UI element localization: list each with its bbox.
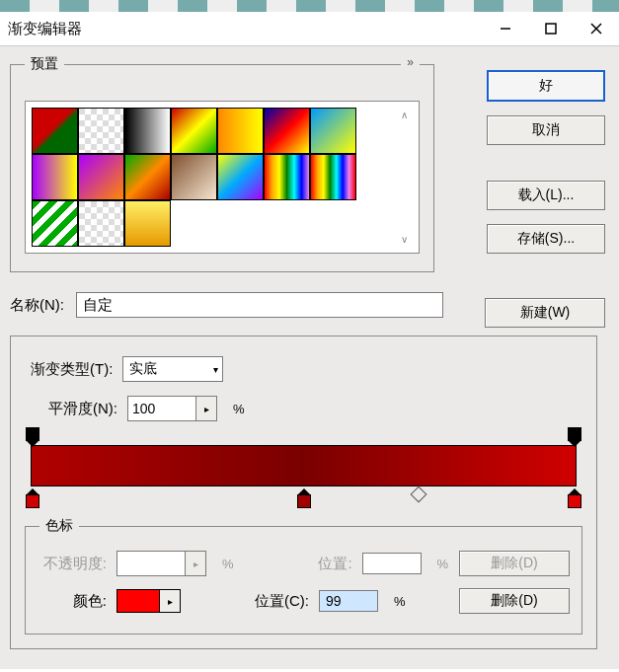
opacity-pct: % bbox=[222, 557, 234, 571]
color-swatch bbox=[116, 589, 160, 613]
preset-swatch[interactable] bbox=[124, 154, 171, 200]
preset-swatch[interactable] bbox=[32, 200, 78, 247]
position-top-input bbox=[362, 553, 422, 574]
preset-swatch[interactable] bbox=[310, 108, 356, 154]
presets-legend: 预置 bbox=[25, 55, 64, 73]
new-button[interactable]: 新建(W) bbox=[485, 298, 605, 328]
scroll-down-icon[interactable]: ∨ bbox=[401, 234, 408, 245]
opacity-stop[interactable] bbox=[568, 427, 581, 441]
delete-opacity-stop-button: 删除(D) bbox=[459, 551, 570, 576]
opacity-label: 不透明度: bbox=[38, 555, 107, 573]
opacity-stop[interactable] bbox=[26, 427, 39, 441]
preset-swatch[interactable] bbox=[264, 154, 310, 200]
color-well[interactable]: ▸ bbox=[116, 589, 181, 613]
position-bottom-label: 位置(C): bbox=[240, 592, 309, 611]
preset-swatch[interactable] bbox=[310, 154, 356, 200]
position-bottom-pct: % bbox=[394, 594, 406, 609]
gradient-type-select[interactable]: 实底 ▾ bbox=[122, 356, 223, 382]
gradient-group: 渐变类型(T): 实底 ▾ 平滑度(N): 100 ▸ % bbox=[10, 336, 597, 649]
preset-swatch[interactable] bbox=[171, 108, 217, 154]
gradient-bar[interactable] bbox=[31, 445, 577, 486]
preset-swatch[interactable] bbox=[264, 108, 310, 154]
color-picker-button[interactable]: ▸ bbox=[160, 589, 181, 613]
name-label: 名称(N): bbox=[10, 296, 64, 315]
close-button[interactable] bbox=[574, 12, 619, 45]
color-stop[interactable] bbox=[297, 494, 311, 508]
midpoint-handle[interactable] bbox=[411, 486, 427, 503]
presets-scrollbar[interactable]: ∧ ∨ bbox=[395, 108, 413, 247]
position-bottom-input[interactable] bbox=[319, 590, 378, 612]
preset-swatch[interactable] bbox=[124, 200, 171, 247]
top-artifact-strip bbox=[0, 0, 619, 12]
cancel-button[interactable]: 取消 bbox=[487, 115, 605, 145]
color-stops-legend: 色标 bbox=[39, 517, 79, 535]
window-title: 渐变编辑器 bbox=[8, 20, 82, 38]
save-button[interactable]: 存储(S)... bbox=[487, 224, 605, 254]
color-stop[interactable] bbox=[26, 494, 39, 508]
load-button[interactable]: 载入(L)... bbox=[487, 181, 605, 210]
preset-swatch[interactable] bbox=[78, 200, 124, 247]
preset-swatch[interactable] bbox=[78, 154, 124, 200]
scroll-up-icon[interactable]: ∧ bbox=[401, 110, 408, 120]
preset-swatch[interactable] bbox=[32, 154, 78, 200]
gradient-type-value: 实底 bbox=[129, 360, 157, 378]
presets-group: 预置 » ∧ ∨ bbox=[10, 64, 434, 272]
smoothness-stepper[interactable]: ▸ bbox=[196, 396, 217, 421]
gradient-type-label: 渐变类型(T): bbox=[31, 360, 113, 379]
smoothness-input[interactable]: 100 bbox=[127, 396, 196, 421]
preset-swatch[interactable] bbox=[32, 108, 78, 154]
maximize-button[interactable] bbox=[528, 12, 574, 45]
preset-swatch[interactable] bbox=[78, 108, 124, 154]
preset-swatch[interactable] bbox=[124, 108, 171, 154]
color-label: 颜色: bbox=[38, 592, 107, 611]
opacity-stepper: ▸ bbox=[186, 551, 206, 576]
preset-swatch[interactable] bbox=[217, 108, 264, 154]
name-input[interactable] bbox=[76, 292, 443, 318]
color-stops-group: 色标 不透明度: ▸ % 位置: % 删除(D) 颜色: bbox=[25, 526, 582, 635]
position-top-label: 位置: bbox=[283, 555, 352, 573]
delete-color-stop-button[interactable]: 删除(D) bbox=[459, 588, 570, 614]
titlebar: 渐变编辑器 bbox=[0, 12, 619, 46]
chevron-down-icon: ▾ bbox=[213, 364, 218, 375]
smoothness-pct: % bbox=[233, 402, 245, 416]
presets-expand-icon[interactable]: » bbox=[401, 55, 420, 69]
gradient-bar-wrap bbox=[31, 445, 577, 486]
color-stop[interactable] bbox=[568, 494, 581, 508]
preset-swatch[interactable] bbox=[171, 154, 217, 200]
preset-swatch[interactable] bbox=[217, 154, 264, 200]
position-top-pct: % bbox=[437, 557, 449, 571]
presets-grid bbox=[32, 108, 395, 247]
minimize-button[interactable] bbox=[483, 12, 528, 45]
svg-rect-1 bbox=[546, 24, 556, 34]
ok-button[interactable]: 好 bbox=[487, 70, 605, 102]
smoothness-label: 平滑度(N): bbox=[48, 400, 117, 418]
opacity-input bbox=[116, 551, 186, 576]
